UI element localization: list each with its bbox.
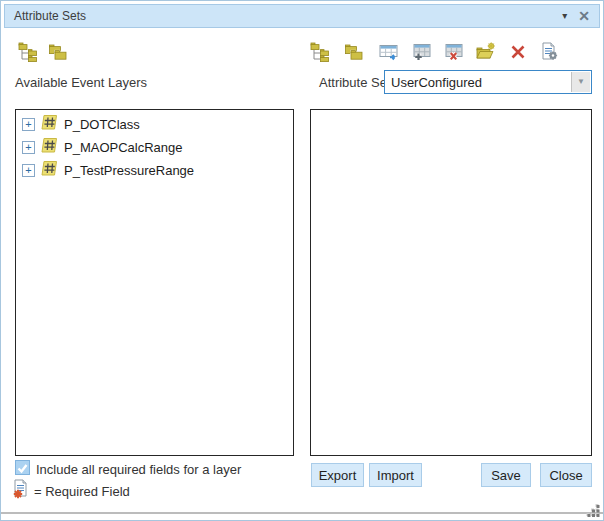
resize-grip[interactable] bbox=[586, 503, 600, 517]
attribute-sets-dialog: Attribute Sets ▾ ✕ bbox=[0, 0, 604, 521]
import-button[interactable]: Import bbox=[369, 463, 422, 487]
tree-item-label: P_MAOPCalcRange bbox=[64, 140, 183, 155]
tree-item-p-dotclass[interactable]: + P_DOTClass bbox=[22, 114, 140, 134]
event-layer-icon bbox=[41, 114, 59, 135]
available-event-layers-list[interactable]: + P_DOTClass + P_MAOPCalcRange + bbox=[15, 109, 294, 456]
attribute-set-value: UserConfigured bbox=[391, 75, 482, 90]
open-folder-new-icon[interactable] bbox=[476, 42, 496, 62]
available-event-layers-label: Available Event Layers bbox=[15, 75, 147, 90]
table-add-field-icon[interactable] bbox=[412, 42, 432, 62]
expand-icon[interactable]: + bbox=[22, 118, 35, 131]
include-required-fields-checkbox[interactable] bbox=[15, 460, 30, 475]
new-set-tree-icon[interactable] bbox=[310, 42, 330, 62]
tree-item-label: P_DOTClass bbox=[64, 117, 140, 132]
close-icon[interactable]: ✕ bbox=[578, 9, 590, 23]
table-export-icon[interactable] bbox=[379, 42, 399, 62]
dialog-title: Attribute Sets bbox=[14, 9, 86, 23]
table-remove-field-icon[interactable] bbox=[444, 42, 464, 62]
save-button[interactable]: Save bbox=[481, 463, 531, 487]
collapse-icon[interactable]: ▾ bbox=[562, 11, 567, 21]
required-field-label: = Required Field bbox=[34, 484, 130, 499]
export-button[interactable]: Export bbox=[311, 463, 364, 487]
tree-item-label: P_TestPressureRange bbox=[64, 163, 194, 178]
new-layer-tree-icon[interactable] bbox=[18, 42, 38, 62]
window-bottom-edge bbox=[1, 512, 603, 514]
tree-item-p-testpressurerange[interactable]: + P_TestPressureRange bbox=[22, 160, 194, 180]
titlebar-controls: ▾ ✕ bbox=[562, 9, 599, 23]
chevron-down-icon: ▼ bbox=[577, 78, 585, 86]
required-field-icon bbox=[12, 479, 30, 503]
tree-item-p-maopcalcrange[interactable]: + P_MAOPCalcRange bbox=[22, 137, 183, 157]
titlebar[interactable]: Attribute Sets ▾ ✕ bbox=[4, 4, 600, 28]
dropdown-button[interactable]: ▼ bbox=[571, 72, 590, 92]
attribute-set-label: Attribute Set: bbox=[319, 75, 394, 90]
attribute-set-dropdown[interactable]: UserConfigured ▼ bbox=[384, 70, 592, 94]
expand-icon[interactable]: + bbox=[22, 141, 35, 154]
close-button[interactable]: Close bbox=[540, 463, 592, 487]
include-required-fields-label: Include all required fields for a layer bbox=[36, 462, 241, 477]
set-properties-icon[interactable] bbox=[540, 42, 560, 62]
expand-icon[interactable]: + bbox=[22, 164, 35, 177]
attribute-set-fields-list[interactable] bbox=[310, 109, 592, 456]
checkmark-icon bbox=[16, 462, 29, 475]
event-layer-icon bbox=[41, 160, 59, 181]
copy-folders-icon[interactable] bbox=[48, 42, 68, 62]
copy-set-icon[interactable] bbox=[344, 42, 364, 62]
delete-set-icon[interactable] bbox=[508, 42, 528, 62]
event-layer-icon bbox=[41, 137, 59, 158]
